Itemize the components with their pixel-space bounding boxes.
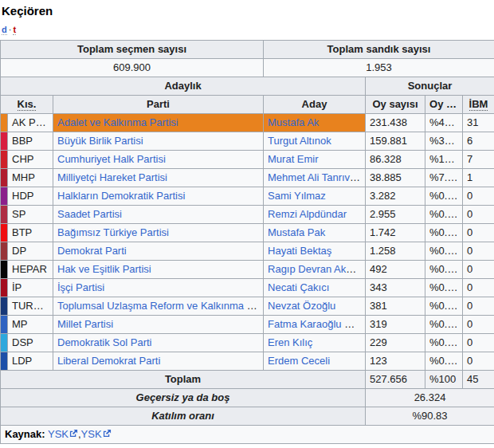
party-link[interactable]: Millet Partisi bbox=[57, 318, 113, 330]
candidate-cell: Mustafa Ak bbox=[264, 114, 366, 132]
table-row: BTPBağımsız Türkiye PartisiMustafa Pak1.… bbox=[1, 224, 494, 242]
candidate-link[interactable]: Fatma Karaoğlu Özyurt bbox=[268, 318, 366, 330]
votes-column-header: Oy sayısı bbox=[366, 96, 425, 114]
candidate-link[interactable]: Mehmet Ali Tanrıverdi bbox=[268, 171, 366, 183]
table-row: DPDemokrat PartiHayati Bektaş1.258%0.240 bbox=[1, 242, 494, 261]
share-cell: %43.8 bbox=[425, 114, 463, 132]
navbar-view-link[interactable]: d bbox=[2, 25, 7, 35]
column-header-row: Kıs. Parti Aday Oy sayısı Oy oranı İBM bbox=[1, 96, 494, 114]
seats-cell: 0 bbox=[463, 334, 494, 352]
party-color-cell bbox=[1, 261, 8, 279]
party-color-cell bbox=[1, 132, 8, 151]
votes-cell: 381 bbox=[366, 297, 425, 316]
candidate-link[interactable]: Turgut Altınok bbox=[268, 135, 331, 147]
candidate-link[interactable]: Ragıp Devran Aksungur bbox=[268, 263, 366, 275]
party-color-cell bbox=[1, 114, 8, 132]
group-header-row: Adaylık Sonuçlar bbox=[1, 77, 494, 96]
party-color-cell bbox=[1, 206, 8, 224]
share-cell: %0.24 bbox=[425, 242, 463, 261]
share-cell: %0.07 bbox=[425, 279, 463, 297]
election-results-table: Toplam seçmen sayısı Toplam sandık sayıs… bbox=[0, 40, 494, 444]
party-link[interactable]: Adalet ve Kalkınma Partisi bbox=[57, 116, 178, 128]
votes-cell: 86.328 bbox=[366, 151, 425, 169]
share-cell: %0.56 bbox=[425, 206, 463, 224]
candidate-cell: Eren Kılıç bbox=[264, 334, 366, 352]
votes-cell: 123 bbox=[366, 352, 425, 371]
candidate-link[interactable]: Sami Yılmaz bbox=[268, 190, 326, 202]
candidate-link[interactable]: Erdem Ceceli bbox=[268, 355, 330, 367]
source-link-ysk-2[interactable]: YSK bbox=[81, 428, 102, 440]
party-abbr-cell: AK Parti bbox=[8, 114, 53, 132]
turnout-label: Katılım oranı bbox=[1, 407, 366, 426]
total-share: %100 bbox=[425, 371, 463, 389]
share-cell: %0.62 bbox=[425, 187, 463, 206]
candidate-link[interactable]: Necati Çakıcı bbox=[268, 281, 329, 293]
party-name-cell: Bağımsız Türkiye Partisi bbox=[53, 224, 264, 242]
party-link[interactable]: Cumhuriyet Halk Partisi bbox=[57, 153, 166, 165]
party-name-cell: Halkların Demokratik Partisi bbox=[53, 187, 264, 206]
candidacy-group-header: Adaylık bbox=[1, 77, 366, 96]
candidate-link[interactable]: Mustafa Ak bbox=[268, 116, 319, 128]
party-link[interactable]: Demokrat Parti bbox=[57, 245, 127, 257]
seats-cell: 0 bbox=[463, 279, 494, 297]
turnout-value: %90.83 bbox=[366, 407, 494, 426]
candidate-link[interactable]: Hayati Bektaş bbox=[268, 245, 331, 257]
seats-abbreviation: İBM bbox=[469, 98, 488, 111]
candidate-cell: Remzi Alpdündar bbox=[264, 206, 366, 224]
party-link[interactable]: Milliyetçi Hareket Partisi bbox=[57, 171, 167, 183]
party-name-cell: Toplumsal Uzlaşma Reform ve Kalkınma Par… bbox=[53, 297, 264, 316]
source-link-ysk-1[interactable]: YSK bbox=[48, 428, 69, 440]
party-link[interactable]: Büyük Birlik Partisi bbox=[57, 135, 143, 147]
share-cell: %0.07 bbox=[425, 297, 463, 316]
party-color-cell bbox=[1, 242, 8, 261]
navbar-talk-link[interactable]: t bbox=[13, 25, 16, 35]
candidate-cell: Ragıp Devran Aksungur bbox=[264, 261, 366, 279]
candidate-link[interactable]: Nevzat Özoğlu bbox=[268, 300, 335, 312]
table-row: TURK-PToplumsal Uzlaşma Reform ve Kalkın… bbox=[1, 297, 494, 316]
table-row: MPMillet PartisiFatma Karaoğlu Özyurt319… bbox=[1, 316, 494, 334]
votes-cell: 343 bbox=[366, 279, 425, 297]
candidate-cell: Nevzat Özoğlu bbox=[264, 297, 366, 316]
party-link[interactable]: Halkların Demokratik Partisi bbox=[57, 190, 185, 202]
party-link[interactable]: Hak ve Eşitlik Partisi bbox=[57, 263, 151, 275]
votes-cell: 2.955 bbox=[366, 206, 425, 224]
table-row: LDPLiberal Demokrat PartiErdem Ceceli123… bbox=[1, 352, 494, 371]
party-link[interactable]: Bağımsız Türkiye Partisi bbox=[57, 226, 169, 238]
candidate-cell: Hayati Bektaş bbox=[264, 242, 366, 261]
votes-cell: 492 bbox=[366, 261, 425, 279]
candidate-link[interactable]: Mustafa Pak bbox=[268, 226, 325, 238]
party-abbr-cell: CHP bbox=[8, 151, 53, 169]
votes-cell: 229 bbox=[366, 334, 425, 352]
share-cell: %7.37 bbox=[425, 169, 463, 187]
candidate-link[interactable]: Remzi Alpdündar bbox=[268, 208, 347, 220]
party-link[interactable]: Toplumsal Uzlaşma Reform ve Kalkınma Par… bbox=[57, 300, 264, 312]
share-column-header: Oy oranı bbox=[425, 96, 463, 114]
candidate-link[interactable]: Eren Kılıç bbox=[268, 336, 312, 348]
party-link[interactable]: İşçi Partisi bbox=[57, 281, 104, 293]
party-abbr-cell: MP bbox=[8, 316, 53, 334]
party-link[interactable]: Liberal Demokrat Parti bbox=[57, 355, 160, 367]
candidate-cell: Turgut Altınok bbox=[264, 132, 366, 151]
party-link[interactable]: Demokratik Sol Parti bbox=[57, 336, 151, 348]
table-row: BBPBüyük Birlik PartisiTurgut Altınok159… bbox=[1, 132, 494, 151]
party-abbr-cell: DP bbox=[8, 242, 53, 261]
candidate-cell: Mustafa Pak bbox=[264, 224, 366, 242]
share-cell: %0.06 bbox=[425, 316, 463, 334]
party-link[interactable]: Saadet Partisi bbox=[57, 208, 122, 220]
summary-value-row: 609.900 1.953 bbox=[1, 59, 494, 77]
source-label: Kaynak: bbox=[5, 428, 45, 440]
party-column-header: Parti bbox=[53, 96, 264, 114]
navbar-separator: · bbox=[9, 25, 12, 34]
party-abbr-cell: TURK-P bbox=[8, 297, 53, 316]
seats-cell: 0 bbox=[463, 297, 494, 316]
party-color-cell bbox=[1, 334, 8, 352]
candidate-cell: Sami Yılmaz bbox=[264, 187, 366, 206]
total-seats: 45 bbox=[463, 371, 494, 389]
party-abbr-cell: İP bbox=[8, 279, 53, 297]
table-row: DSPDemokratik Sol PartiEren Kılıç229%0.0… bbox=[1, 334, 494, 352]
votes-cell: 231.438 bbox=[366, 114, 425, 132]
results-group-header: Sonuçlar bbox=[366, 77, 494, 96]
seats-cell: 0 bbox=[463, 261, 494, 279]
votes-cell: 1.742 bbox=[366, 224, 425, 242]
candidate-link[interactable]: Murat Emir bbox=[268, 153, 319, 165]
